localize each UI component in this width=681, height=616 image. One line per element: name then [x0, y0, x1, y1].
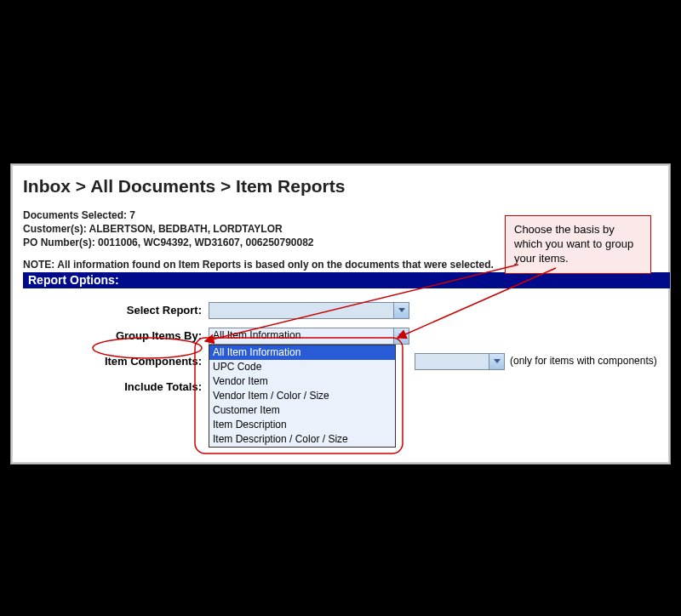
report-panel: Inbox > All Documents > Item Reports Doc… [10, 163, 671, 465]
option-item-description[interactable]: Item Description [209, 418, 395, 432]
option-all-item-information[interactable]: All Item Information [209, 345, 395, 360]
callout-box: Choose the basis by which you want to gr… [505, 215, 651, 274]
option-customer-item[interactable]: Customer Item [209, 403, 395, 418]
group-items-by-options[interactable]: All Item Information UPC Code Vendor Ite… [209, 345, 396, 448]
select-arrow-icon[interactable] [393, 328, 409, 344]
label-select-report: Select Report: [23, 302, 209, 317]
option-vendor-item[interactable]: Vendor Item [209, 374, 395, 389]
item-components-dropdown[interactable] [415, 353, 505, 370]
label-item-components: Item Components: [23, 353, 209, 368]
select-arrow-icon[interactable] [393, 303, 409, 318]
option-vendor-item-color-size[interactable]: Vendor Item / Color / Size [209, 389, 395, 403]
item-components-note: (only for items with components) [505, 353, 657, 367]
select-arrow-icon[interactable] [489, 354, 504, 369]
section-header: Report Options: [23, 272, 670, 288]
row-group-items-by: Group Items By: All Item Information All… [23, 328, 658, 345]
row-select-report: Select Report: [23, 302, 658, 319]
label-include-totals: Include Totals: [23, 379, 209, 393]
form-area: Select Report: Group Items By: All Item … [23, 288, 658, 393]
label-group-items-by: Group Items By: [23, 328, 209, 342]
option-upc-code[interactable]: UPC Code [209, 360, 395, 374]
group-items-by-dropdown[interactable]: All Item Information [209, 328, 409, 345]
group-items-by-value: All Item Information [213, 329, 300, 341]
select-report-dropdown[interactable] [209, 302, 409, 319]
breadcrumb: Inbox > All Documents > Item Reports [23, 176, 658, 197]
option-item-description-color-size[interactable]: Item Description / Color / Size [209, 432, 395, 447]
